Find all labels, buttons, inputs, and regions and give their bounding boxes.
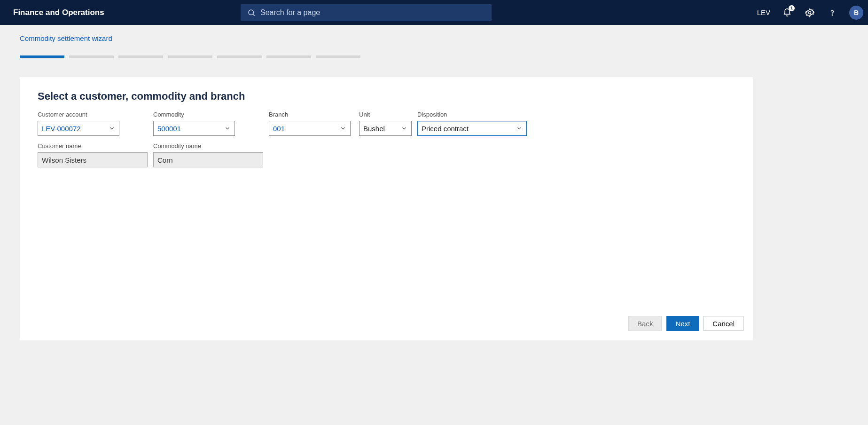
search-container: Search for a page	[241, 4, 492, 21]
environment-label: LEV	[757, 8, 770, 16]
card-title: Select a customer, commodity and branch	[38, 90, 735, 102]
progress-indicator	[20, 55, 868, 58]
back-button: Back	[628, 316, 662, 331]
customer-name-readonly: Wilson Sisters	[38, 152, 148, 167]
chevron-down-icon	[516, 125, 523, 132]
field-commodity: Commodity 500001	[153, 111, 235, 136]
cancel-button[interactable]: Cancel	[704, 316, 743, 331]
app-title: Finance and Operations	[13, 8, 104, 17]
field-row-1: Customer account LEV-000072 Commodity 50…	[38, 111, 735, 136]
field-row-2: Customer name Wilson Sisters Commodity n…	[38, 142, 735, 167]
customer-account-label: Customer account	[38, 111, 119, 118]
customer-account-select[interactable]: LEV-000072	[38, 121, 119, 136]
unit-label: Unit	[359, 111, 412, 118]
wizard-footer: Back Next Cancel	[628, 316, 743, 331]
help-button[interactable]	[827, 7, 838, 18]
svg-point-3	[832, 15, 832, 15]
wizard-card: Select a customer, commodity and branch …	[20, 77, 753, 340]
progress-step-7	[316, 55, 360, 58]
topbar-right: LEV 1 B	[757, 6, 855, 20]
disposition-select[interactable]: Priced contract	[417, 121, 527, 136]
search-input[interactable]: Search for a page	[241, 4, 492, 21]
progress-step-4	[168, 55, 212, 58]
branch-select[interactable]: 001	[269, 121, 351, 136]
unit-value: Bushel	[363, 125, 401, 133]
progress-step-5	[217, 55, 262, 58]
branch-value: 001	[273, 125, 340, 133]
page-body: Commodity settlement wizard Select a cus…	[0, 25, 868, 340]
chevron-down-icon	[340, 125, 346, 132]
chevron-down-icon	[224, 125, 231, 132]
notification-badge: 1	[789, 5, 795, 11]
commodity-label: Commodity	[153, 111, 235, 118]
field-customer-name: Customer name Wilson Sisters	[38, 142, 148, 167]
disposition-value: Priced contract	[422, 125, 516, 133]
field-unit: Unit Bushel	[359, 111, 412, 136]
progress-step-1	[20, 55, 64, 58]
svg-point-2	[809, 11, 811, 14]
branch-label: Branch	[269, 111, 351, 118]
disposition-label: Disposition	[417, 111, 527, 118]
next-button[interactable]: Next	[666, 316, 699, 331]
gear-icon	[805, 8, 814, 17]
search-icon	[247, 8, 256, 17]
commodity-value: 500001	[157, 125, 224, 133]
field-commodity-name: Commodity name Corn	[153, 142, 263, 167]
customer-account-value: LEV-000072	[42, 125, 109, 133]
progress-step-2	[69, 55, 114, 58]
settings-button[interactable]	[804, 7, 815, 18]
progress-step-3	[118, 55, 163, 58]
avatar[interactable]: B	[849, 6, 863, 20]
unit-select[interactable]: Bushel	[359, 121, 412, 136]
commodity-name-readonly: Corn	[153, 152, 263, 167]
progress-step-6	[266, 55, 311, 58]
chevron-down-icon	[109, 125, 115, 132]
chevron-down-icon	[401, 125, 407, 132]
customer-name-label: Customer name	[38, 142, 148, 150]
top-bar: Finance and Operations Search for a page…	[0, 0, 868, 25]
field-disposition: Disposition Priced contract	[417, 111, 527, 136]
field-branch: Branch 001	[269, 111, 351, 136]
commodity-name-label: Commodity name	[153, 142, 263, 150]
question-icon	[828, 8, 837, 17]
search-placeholder: Search for a page	[260, 8, 320, 17]
svg-point-0	[249, 10, 254, 15]
commodity-select[interactable]: 500001	[153, 121, 235, 136]
svg-line-1	[253, 14, 254, 16]
field-customer-account: Customer account LEV-000072	[38, 111, 119, 136]
breadcrumb[interactable]: Commodity settlement wizard	[20, 34, 868, 42]
notifications-button[interactable]: 1	[782, 7, 793, 18]
